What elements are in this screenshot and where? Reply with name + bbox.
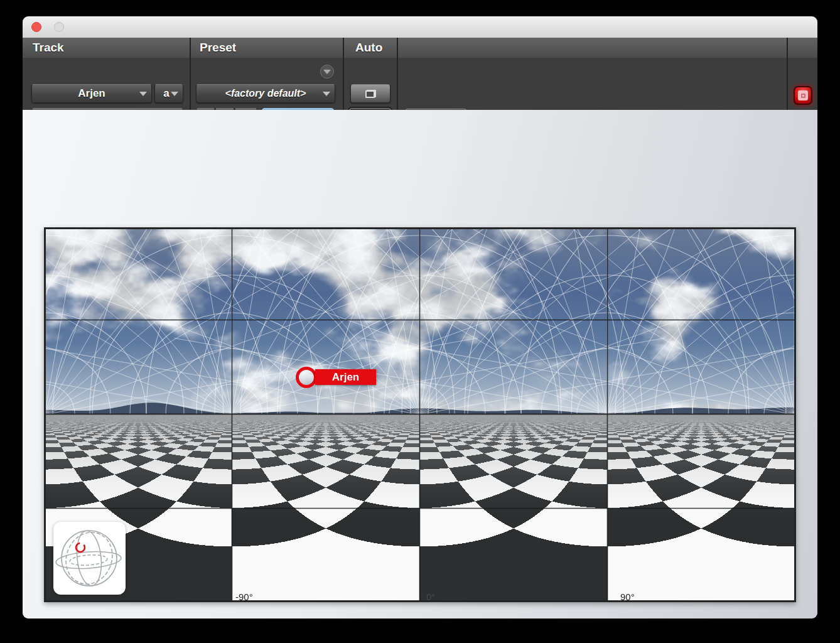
- chevron-down-icon: [139, 92, 147, 96]
- divider: [343, 38, 344, 110]
- panorama-view[interactable]: Arjen -90° 0° 90°: [44, 227, 796, 602]
- auto-section-label: Auto: [355, 41, 382, 55]
- plugin-window: Track Preset Auto Arjen a 360pan <factor…: [23, 16, 817, 619]
- divider: [787, 38, 788, 110]
- plugin-body: Arjen -90° 0° 90°: [23, 110, 817, 619]
- chevron-down-icon: [171, 92, 178, 96]
- header-label-band: [23, 38, 817, 58]
- close-button[interactable]: [31, 22, 41, 32]
- automation-letter-selector[interactable]: a: [154, 84, 183, 103]
- track-section-label: Track: [33, 41, 64, 55]
- protools-plugin-header: Track Preset Auto Arjen a 360pan <factor…: [23, 38, 817, 111]
- orientation-sphere-inset[interactable]: [53, 522, 126, 595]
- wireframe-sphere: [53, 522, 126, 595]
- puck-label[interactable]: Arjen: [315, 369, 376, 385]
- title-bar: [23, 16, 817, 38]
- degree-label-center: 0°: [426, 592, 435, 602]
- track-selector[interactable]: Arjen: [31, 84, 152, 103]
- minimize-button[interactable]: [54, 22, 64, 32]
- automation-icon: [365, 90, 376, 98]
- automation-enable-icon: [798, 90, 808, 100]
- puck-ring[interactable]: [296, 367, 317, 388]
- chevron-down-icon: [323, 92, 330, 96]
- automation-letter: a: [163, 87, 169, 100]
- preset-menu-icon[interactable]: [320, 65, 334, 78]
- degree-label-right: 90°: [620, 592, 635, 602]
- degree-label-left: -90°: [235, 592, 253, 602]
- plugin-automation-enable-button[interactable]: [794, 86, 812, 105]
- divider: [397, 38, 398, 110]
- chevron-down-icon: [323, 70, 331, 74]
- preset-name: <factory default>: [225, 88, 306, 99]
- panorama-canvas[interactable]: [44, 227, 796, 602]
- automation-mode-button[interactable]: [350, 84, 390, 103]
- track-name: Arjen: [78, 87, 105, 100]
- divider: [190, 38, 191, 110]
- preset-selector[interactable]: <factory default>: [196, 84, 335, 103]
- preset-section-label: Preset: [200, 41, 236, 55]
